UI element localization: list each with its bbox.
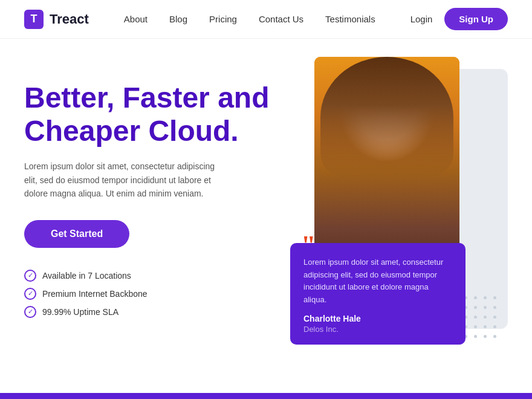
dot [474,306,477,309]
dot [484,316,487,319]
feature-text-1: Available in 7 Locations [42,271,131,281]
hero-right: " Lorem ipsum dolor sit amet, consectetu… [278,69,508,393]
check-icon-1: ✓ [24,270,36,282]
dot [493,325,496,328]
logo-icon: T [24,10,44,29]
nav-link-pricing[interactable]: Pricing [209,14,237,24]
hero-description: Lorem ipsum dolor sit amet, consectetur … [24,160,230,200]
check-icon-2: ✓ [24,288,36,300]
hero-section: Better, Faster and Cheaper Cloud. Lorem … [0,39,532,393]
feature-item-1: ✓ Available in 7 Locations [24,270,278,282]
hero-title: Better, Faster and Cheaper Cloud. [24,81,278,148]
nav-link-blog[interactable]: Blog [169,14,187,24]
dot [493,296,496,299]
quote-text: Lorem ipsum dolor sit amet, consectetur … [303,256,452,307]
feature-list: ✓ Available in 7 Locations ✓ Premium Int… [24,270,278,318]
dot [484,335,487,338]
nav-actions: Login Sign Up [410,8,508,30]
nav-link-testimonials[interactable]: Testimonials [325,14,375,24]
feature-item-2: ✓ Premium Internet Backbone [24,288,278,300]
dot [474,335,477,338]
login-button[interactable]: Login [410,14,433,24]
nav-link-contact[interactable]: Contact Us [259,14,303,24]
dot [493,335,496,338]
logo[interactable]: T Treact [24,10,89,29]
nav-link-about[interactable]: About [124,14,148,24]
nav-links: About Blog Pricing Contact Us Testimonia… [124,14,375,25]
feature-text-3: 99.99% Uptime SLA [42,307,118,317]
footer-bar [0,393,532,399]
hero-left: Better, Faster and Cheaper Cloud. Lorem … [24,69,278,318]
dot [474,325,477,328]
dot [493,306,496,309]
navbar: T Treact About Blog Pricing Contact Us T… [0,0,532,39]
get-started-button[interactable]: Get Started [24,220,129,248]
quote-card: " Lorem ipsum dolor sit amet, consectetu… [290,243,465,345]
check-icon-3: ✓ [24,306,36,318]
signup-button[interactable]: Sign Up [444,8,508,30]
quote-author: Charlotte Hale [303,314,452,323]
quote-marks-icon: " [301,232,316,259]
logo-text: Treact [50,11,89,27]
dot [484,296,487,299]
feature-item-3: ✓ 99.99% Uptime SLA [24,306,278,318]
dot [484,325,487,328]
dot [474,296,477,299]
dot [484,306,487,309]
dot [493,316,496,319]
dot [474,316,477,319]
feature-text-2: Premium Internet Backbone [42,289,148,299]
quote-company: Delos Inc. [303,325,452,334]
